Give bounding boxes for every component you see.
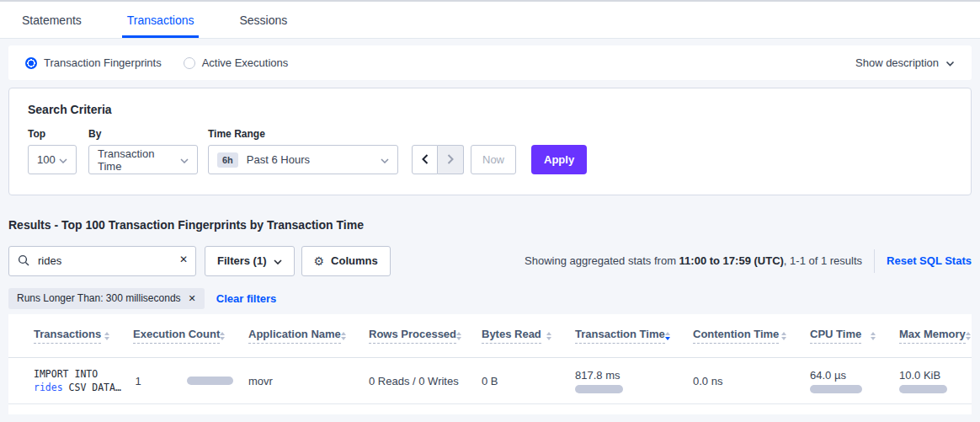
cell-rows-processed: 0 Reads / 0 Writes <box>369 358 482 403</box>
top-select[interactable]: 100 <box>28 145 77 174</box>
time-range-left: 6h Past 6 Hours <box>217 152 310 168</box>
time-range-value: Past 6 Hours <box>247 153 310 166</box>
sql-rest: CSV DATA… <box>63 382 121 393</box>
chevron-left-icon <box>422 152 429 168</box>
by-group: By Transaction Time <box>88 128 198 174</box>
sort-icon <box>341 332 346 340</box>
table-header-row: Transactions Execution Count Application… <box>8 314 972 358</box>
sort-icon <box>781 332 786 340</box>
stats-suffix: , 1-1 of 1 results <box>784 254 862 267</box>
application-name-value: movr <box>248 375 355 387</box>
search-icon <box>18 254 30 270</box>
execution-count-value: 1 <box>135 375 141 387</box>
column-header-application-name[interactable]: Application Name <box>248 314 369 357</box>
search-input[interactable] <box>8 246 196 276</box>
by-label: By <box>88 128 198 140</box>
apply-button[interactable]: Apply <box>531 145 587 174</box>
chevron-right-icon <box>447 152 454 168</box>
view-toggle-strip: Transaction Fingerprints Active Executio… <box>8 45 972 80</box>
by-select[interactable]: Transaction Time <box>88 145 198 174</box>
search-criteria-controls: Top 100 By Transaction Time Ti <box>28 128 952 174</box>
time-range-group: Time Range 6h Past 6 Hours <box>208 128 398 174</box>
column-label: CPU Time <box>810 328 861 344</box>
chevron-down-icon <box>945 56 955 69</box>
next-time-button[interactable] <box>438 145 464 174</box>
max-memory-value: 10.0 KiB <box>899 369 958 382</box>
execution-count-bar <box>187 377 233 385</box>
contention-time-value: 0.0 ns <box>693 375 796 387</box>
tab-bar: Statements Transactions Sessions <box>0 0 980 39</box>
search-box: ✕ <box>8 246 196 276</box>
radio-active-executions[interactable]: Active Executions <box>184 56 289 69</box>
divider <box>874 249 875 273</box>
column-header-max-memory[interactable]: Max Memory <box>899 314 976 357</box>
reset-sql-stats-link[interactable]: Reset SQL Stats <box>887 254 972 267</box>
filter-chip-row: Runs Longer Than: 300 milliseconds ✕ Cle… <box>8 287 276 309</box>
time-pager <box>412 145 464 174</box>
stats-prefix: Showing aggregated stats from <box>525 254 679 267</box>
column-header-contention-time[interactable]: Contention Time <box>693 314 810 357</box>
cell-contention-time: 0.0 ns <box>693 358 810 403</box>
chevron-down-icon <box>274 254 282 267</box>
gear-icon: ⚙ <box>314 255 325 267</box>
column-label: Bytes Read <box>482 328 541 344</box>
column-header-rows-processed[interactable]: Rows Processed <box>369 314 482 357</box>
table-row: IMPORT INTO rides CSV DATA… 1 movr 0 Rea… <box>8 358 972 404</box>
sql-line-2: rides CSV DATA… <box>34 381 120 394</box>
show-description-toggle[interactable]: Show description <box>855 56 955 69</box>
search-criteria-card: Search Criteria Top 100 By Transaction T… <box>8 88 972 195</box>
column-header-cpu-time[interactable]: CPU Time <box>810 314 899 357</box>
cell-bytes-read: 0 B <box>482 358 575 403</box>
column-header-transactions[interactable]: Transactions <box>8 314 133 357</box>
column-label: Application Name <box>248 328 341 344</box>
column-header-transaction-time[interactable]: Transaction Time <box>575 314 693 357</box>
max-memory-bar <box>899 385 947 393</box>
results-title: Results - Top 100 Transaction Fingerprin… <box>8 218 364 232</box>
tab-statements[interactable]: Statements <box>17 2 87 38</box>
tab-sessions[interactable]: Sessions <box>234 2 292 38</box>
sort-icon <box>546 332 551 340</box>
sort-icon <box>104 332 109 340</box>
column-label: Max Memory <box>899 328 966 344</box>
radio-transaction-fingerprints[interactable]: Transaction Fingerprints <box>25 56 162 69</box>
remove-filter-icon[interactable]: ✕ <box>189 293 196 304</box>
columns-button[interactable]: ⚙ Columns <box>301 246 391 276</box>
sort-icon <box>871 332 876 340</box>
chevron-down-icon <box>59 153 67 166</box>
column-label: Contention Time <box>693 328 779 344</box>
search-criteria-title: Search Criteria <box>28 103 952 116</box>
sql-highlight: rides <box>34 382 63 393</box>
cell-execution-count: 1 <box>133 358 248 403</box>
chevron-down-icon <box>381 153 389 166</box>
clear-search-icon[interactable]: ✕ <box>179 254 188 265</box>
rows-processed-value: 0 Reads / 0 Writes <box>369 375 468 387</box>
sort-icon <box>220 332 225 340</box>
transaction-time-value: 817.8 ms <box>575 369 679 382</box>
stats-range: 11:00 to 17:59 (UTC) <box>679 254 784 267</box>
results-toolbar: ✕ Filters (1) ⚙ Columns Showing aggregat… <box>8 245 972 276</box>
column-header-bytes-read[interactable]: Bytes Read <box>482 314 575 357</box>
cell-cpu-time: 64.0 µs <box>810 358 899 403</box>
cpu-time-bar <box>810 385 862 393</box>
time-range-select[interactable]: 6h Past 6 Hours <box>208 145 398 174</box>
transaction-time-bar <box>575 385 623 393</box>
show-description-label: Show description <box>855 56 939 69</box>
chevron-down-icon <box>180 153 189 166</box>
clear-filters-link[interactable]: Clear filters <box>216 292 277 305</box>
filters-button[interactable]: Filters (1) <box>205 246 295 276</box>
filter-chip-label: Runs Longer Than: 300 milliseconds <box>17 292 181 304</box>
transaction-fingerprint-link[interactable]: IMPORT INTO rides CSV DATA… <box>8 358 133 403</box>
bytes-read-value: 0 B <box>482 375 562 387</box>
columns-button-label: Columns <box>331 254 378 267</box>
column-label: Rows Processed <box>369 328 456 344</box>
filters-button-label: Filters (1) <box>217 254 267 267</box>
tab-transactions[interactable]: Transactions <box>122 2 200 38</box>
time-range-label: Time Range <box>208 128 398 140</box>
time-range-badge: 6h <box>217 152 238 168</box>
radio-label: Active Executions <box>202 56 289 69</box>
now-button[interactable]: Now <box>471 145 516 174</box>
cell-application-name: movr <box>248 358 369 403</box>
column-header-execution-count[interactable]: Execution Count <box>133 314 248 357</box>
previous-time-button[interactable] <box>412 145 438 174</box>
top-label: Top <box>28 128 77 140</box>
